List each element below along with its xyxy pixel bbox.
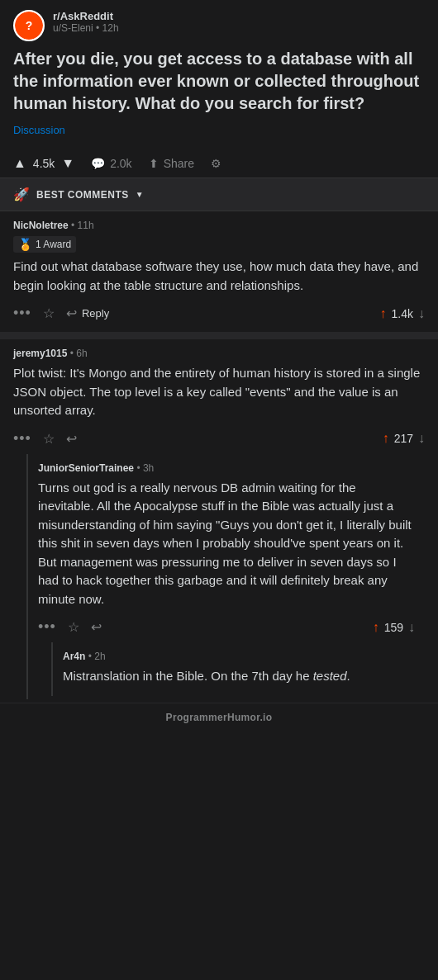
comment-meta-1: NicNoletree • 11h — [13, 220, 425, 231]
share-icon: ⬆ — [149, 157, 159, 170]
comment-text-2: Plot twist: It's Mongo and the entirety … — [13, 364, 425, 420]
comment-footer-3: ••• ☆ ↩ ↑ 159 ↓ — [38, 615, 415, 642]
comment-block-3: JuniorSeniorTrainee • 3h Turns out god i… — [26, 454, 425, 699]
reply-icon-3[interactable]: ↩ — [91, 619, 102, 635]
star-icon-1[interactable]: ☆ — [43, 305, 55, 321]
post-time: 12h — [102, 22, 119, 34]
comment-time-1: 11h — [78, 220, 94, 231]
vote-section: ▲ 4.5k ▼ — [13, 156, 74, 171]
comment-footer-2: ••• ☆ ↩ ↑ 217 ↓ — [13, 427, 425, 454]
best-comments-bar: 🚀 BEST COMMENTS ▼ — [0, 178, 438, 211]
upvote-count: 4.5k — [33, 157, 55, 170]
comment-icon: 💬 — [91, 157, 105, 170]
comment-vote-count-3: 159 — [384, 621, 403, 634]
rocket-icon: 🚀 — [13, 187, 30, 202]
separator-1 — [0, 333, 438, 339]
comment-block-2: jeremy1015 • 6h Plot twist: It's Mongo a… — [0, 339, 438, 703]
post-subreddit[interactable]: r/AskReddit — [53, 10, 119, 22]
comment-downvote-2[interactable]: ↓ — [418, 431, 425, 446]
comment-separator-1: • — [71, 220, 78, 231]
post-actions: ▲ 4.5k ▼ 💬 2.0k ⬆ Share ⚙ — [0, 149, 438, 178]
comment-time-2: 6h — [76, 348, 87, 359]
comment-upvote-2[interactable]: ↑ — [383, 431, 389, 446]
more-options-1[interactable]: ••• — [13, 305, 31, 322]
post-flair[interactable]: Discussion — [13, 124, 65, 136]
comment-downvote-3[interactable]: ↓ — [408, 620, 415, 635]
comment-count: 2.0k — [110, 157, 131, 170]
subreddit-icon-inner: ? — [15, 12, 43, 40]
comment-user-2[interactable]: jeremy1015 — [13, 348, 67, 359]
footer-votes-1: ↑ 1.4k ↓ — [380, 306, 425, 321]
downvote-icon[interactable]: ▼ — [61, 156, 74, 171]
comment-user-3[interactable]: JuniorSeniorTrainee — [38, 462, 134, 474]
post-separator: • — [96, 22, 102, 34]
gear-action[interactable]: ⚙ — [211, 157, 221, 170]
comment-user-4[interactable]: Ar4n — [63, 651, 85, 662]
reply-btn-1[interactable]: Reply — [82, 307, 109, 320]
comment-upvote-3[interactable]: ↑ — [373, 620, 379, 635]
comment-footer-1: ••• ☆ ↩ Reply ↑ 1.4k ↓ — [13, 301, 425, 329]
comment-block-1: NicNoletree • 11h 🏅 1 Award Find out wha… — [0, 211, 438, 333]
reply-icon-2[interactable]: ↩ — [66, 431, 77, 447]
comment-vote-count-1: 1.4k — [392, 307, 413, 320]
reply-icon-1[interactable]: ↩ — [66, 305, 77, 321]
comment-user-1[interactable]: NicNoletree — [13, 220, 69, 231]
comment-upvote-1[interactable]: ↑ — [380, 306, 387, 321]
comment-meta-4: Ar4n • 2h — [63, 651, 405, 662]
post-title-section: After you die, you get access to a datab… — [0, 48, 438, 149]
comment-meta-3: JuniorSeniorTrainee • 3h — [38, 462, 415, 474]
star-icon-2[interactable]: ☆ — [43, 431, 55, 447]
comment-downvote-1[interactable]: ↓ — [418, 306, 425, 321]
gear-icon: ⚙ — [211, 157, 221, 170]
upvote-icon[interactable]: ▲ — [13, 156, 26, 171]
award-text-1: 1 Award — [36, 239, 71, 250]
dropdown-icon[interactable]: ▼ — [136, 190, 144, 199]
comment-text-1: Find out what database software they use… — [13, 258, 425, 295]
post-title: After you die, you get access to a datab… — [13, 48, 425, 115]
award-icon-1: 🏅 — [18, 238, 32, 251]
site-footer: ProgrammerHumor.io — [0, 703, 438, 731]
comment-text-3: Turns out god is a really nervous DB adm… — [38, 479, 415, 609]
comment-separator-3: • — [136, 462, 143, 474]
comment-meta-2: jeremy1015 • 6h — [13, 348, 425, 359]
post-header: ? r/AskReddit u/S-Eleni • 12h — [0, 0, 438, 48]
comment-block-4: Ar4n • 2h Mistranslation in the Bible. O… — [51, 642, 415, 696]
comment-vote-count-2: 217 — [394, 432, 413, 445]
site-footer-text: ProgrammerHumor.io — [166, 712, 273, 723]
footer-votes-2: ↑ 217 ↓ — [383, 431, 425, 446]
comment-action[interactable]: 💬 2.0k — [91, 157, 131, 170]
italic-text-4: tested — [313, 669, 347, 683]
comment-time-3: 3h — [143, 462, 154, 474]
footer-votes-3: ↑ 159 ↓ — [373, 620, 415, 635]
more-options-2[interactable]: ••• — [13, 430, 31, 447]
share-label: Share — [164, 157, 194, 170]
post-user[interactable]: u/S-Eleni — [53, 22, 93, 34]
subreddit-icon[interactable]: ? — [13, 10, 45, 41]
best-comments-label[interactable]: BEST COMMENTS — [36, 189, 129, 201]
award-badge-1: 🏅 1 Award — [13, 236, 76, 253]
post-meta: r/AskReddit u/S-Eleni • 12h — [53, 10, 119, 34]
more-options-3[interactable]: ••• — [38, 618, 56, 636]
star-icon-3[interactable]: ☆ — [68, 619, 79, 635]
comment-time-4: 2h — [94, 651, 105, 662]
share-action[interactable]: ⬆ Share — [149, 157, 194, 170]
post-user-time: u/S-Eleni • 12h — [53, 22, 119, 34]
comment-text-4: Mistranslation in the Bible. On the 7th … — [63, 667, 405, 686]
